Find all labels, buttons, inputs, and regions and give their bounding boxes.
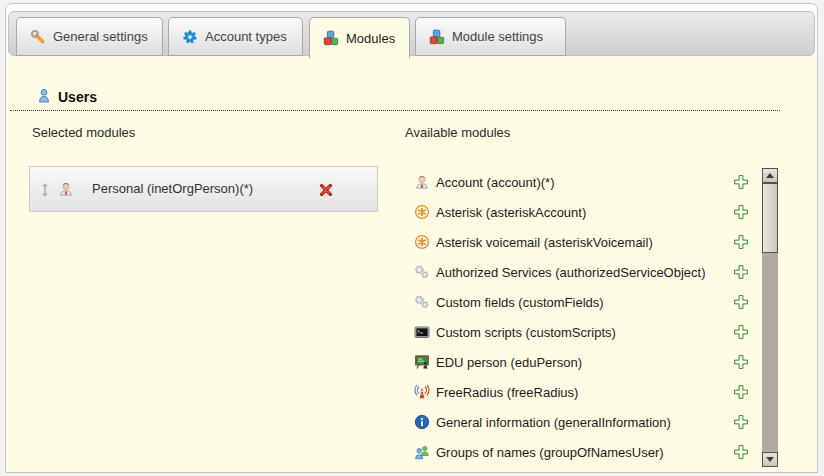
plus-icon [733, 204, 749, 220]
module-label: Custom fields (customFields) [436, 295, 604, 310]
add-module-button[interactable] [733, 444, 749, 460]
list-item: Custom fields (customFields) [408, 287, 758, 317]
module-label: Authorized Services (authorizedServiceOb… [436, 265, 706, 280]
tab-label: Modules [346, 31, 395, 46]
plus-icon [733, 324, 749, 340]
asterisk-icon [414, 234, 430, 250]
module-label: FreeRadius (freeRadius) [436, 385, 578, 400]
scrollbar-down-button[interactable] [762, 452, 778, 467]
gears-icon [414, 264, 430, 280]
antenna-icon [414, 384, 430, 400]
down-arrow-icon [766, 457, 774, 462]
tab-module-settings[interactable]: Module settings [415, 17, 566, 56]
add-module-button[interactable] [733, 354, 749, 370]
plus-icon [733, 264, 749, 280]
modules-cubes-icon [429, 29, 445, 45]
users-section-header: Users [10, 86, 780, 111]
list-item: Custom scripts (customScripts) [408, 317, 758, 347]
module-label: General information (generalInformation) [436, 415, 671, 430]
list-item: General information (generalInformation) [408, 407, 758, 437]
scrollbar[interactable] [762, 168, 778, 467]
info-icon [414, 414, 430, 430]
available-modules-list: Account (account)(*) Asterisk (asteriskA… [408, 167, 758, 467]
scrollbar-thumb[interactable] [762, 183, 778, 253]
plus-icon [733, 354, 749, 370]
up-arrow-icon [766, 173, 774, 178]
module-label: Groups of names (groupOfNamesUser) [436, 445, 664, 460]
gears-icon [414, 294, 430, 310]
add-module-button[interactable] [733, 294, 749, 310]
selected-module-label: Personal (inetOrgPerson)(*) [92, 167, 253, 211]
plus-icon [733, 414, 749, 430]
list-item: EDU person (eduPerson) [408, 347, 758, 377]
plus-icon [733, 174, 749, 190]
module-label: EDU person (eduPerson) [436, 355, 582, 370]
modules-panel: Users Selected modules Available modules… [6, 56, 817, 472]
selected-modules-label: Selected modules [32, 125, 135, 140]
person-icon [414, 174, 430, 190]
delete-x-icon [318, 182, 334, 198]
plus-icon [733, 294, 749, 310]
add-module-button[interactable] [733, 174, 749, 190]
terminal-icon [414, 324, 430, 340]
module-label: Asterisk (asteriskAccount) [436, 205, 586, 220]
add-module-button[interactable] [733, 234, 749, 250]
plus-icon [733, 384, 749, 400]
list-item: Account (account)(*) [408, 167, 758, 197]
wrench-icon [30, 29, 46, 45]
person-icon [58, 181, 74, 197]
tab-label: General settings [53, 29, 148, 44]
settings-window: General settings Account types Modules M… [5, 3, 818, 473]
tab-account-types[interactable]: Account types [168, 17, 303, 56]
modules-cubes-icon [323, 30, 339, 46]
scrollbar-up-button[interactable] [762, 168, 778, 183]
list-item: Asterisk voicemail (asteriskVoicemail) [408, 227, 758, 257]
plus-icon [733, 234, 749, 250]
list-item: Asterisk (asteriskAccount) [408, 197, 758, 227]
add-module-button[interactable] [733, 204, 749, 220]
module-label: Custom scripts (customScripts) [436, 325, 616, 340]
add-module-button[interactable] [733, 414, 749, 430]
add-module-button[interactable] [733, 264, 749, 280]
remove-module-button[interactable] [318, 181, 335, 198]
tab-label: Account types [205, 29, 287, 44]
section-title: Users [58, 89, 97, 105]
add-module-button[interactable] [733, 384, 749, 400]
tab-general-settings[interactable]: General settings [16, 17, 163, 56]
tab-modules[interactable]: Modules [309, 17, 410, 58]
gear-icon [182, 29, 198, 45]
list-item: Authorized Services (authorizedServiceOb… [408, 257, 758, 287]
user-icon [36, 88, 52, 104]
chalkboard-icon [414, 354, 430, 370]
list-item: FreeRadius (freeRadius) [408, 377, 758, 407]
move-handle-icon[interactable] [40, 182, 50, 198]
user-group-icon [414, 444, 430, 460]
available-modules-label: Available modules [405, 125, 510, 140]
plus-icon [733, 444, 749, 460]
list-item: Groups of names (groupOfNamesUser) [408, 437, 758, 467]
tab-label: Module settings [452, 29, 543, 44]
module-label: Asterisk voicemail (asteriskVoicemail) [436, 235, 653, 250]
selected-module-item[interactable]: Personal (inetOrgPerson)(*) [29, 166, 378, 212]
add-module-button[interactable] [733, 324, 749, 340]
asterisk-icon [414, 204, 430, 220]
module-label: Account (account)(*) [436, 175, 555, 190]
